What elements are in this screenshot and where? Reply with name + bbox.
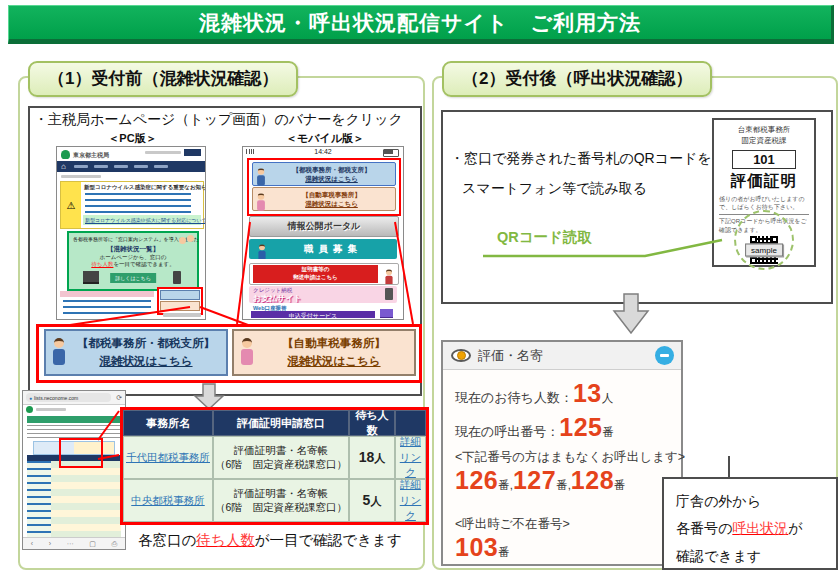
battery-icon [383, 149, 399, 157]
pc-header-text-bar [145, 151, 181, 154]
smartphone-icon [173, 271, 181, 284]
calling-number-row: 現在の呼出番号：125番 [455, 413, 681, 442]
waiting-count: 5人 [349, 479, 395, 522]
mobile-clock: 14:42 [243, 148, 403, 155]
forward-icon[interactable]: › [49, 540, 51, 547]
col-link [395, 410, 426, 436]
status-widget-title: 評価・名寄 [478, 347, 543, 365]
banner-car-tax-office[interactable]: 【自動車税事務所】 混雑状況はこちら [232, 329, 416, 376]
detail-link[interactable]: 詳細リンク [396, 477, 425, 524]
mobile-version-label: ＜モバイル版＞ [255, 131, 395, 146]
soon-numbers-row: 126番,127番,128番 [455, 466, 681, 495]
page-title-bar: 混雑状況・呼出状況配信サイト ご利用方法 [8, 5, 834, 44]
mascot-face-icon [179, 237, 186, 244]
col-waiting: 待ち人数 [349, 410, 395, 436]
monitor-icon [380, 309, 393, 318]
browser-url-bar[interactable]: ● lists.neconome.com [26, 393, 111, 402]
soon-label: <下記番号の方はまもなくお呼出します> [455, 449, 681, 466]
phone-table-rows [51, 461, 121, 537]
table-row: 中央都税事務所 評価証明書・名寄帳（6階 固定資産税課窓口） 5人 詳細リンク [123, 479, 426, 522]
pc-site-screenshot: 東京都主税局 ⌂ ⚠ 新型コロナウイルス感染症に関する重要なお知らせ 新型コロナ… [56, 146, 206, 320]
outside-callout: 庁舎の外から 各番号の呼出状況が 確認できます [662, 477, 838, 570]
mobile-banner-web-account[interactable]: Web口座振替 申込受付サービス [249, 305, 397, 318]
url-text: lists.neconome.com [34, 395, 78, 401]
back-icon[interactable]: ‹ [31, 540, 33, 547]
pc-alert-title: 新型コロナウイルス感染症に関する重要なお知らせ [84, 184, 206, 191]
mobile-banner-recruit[interactable]: 職員募集 [249, 239, 397, 259]
banner-car-tax-office-line2: 混雑状況はこちら [287, 355, 380, 367]
col-office: 事務所名 [123, 410, 213, 436]
absent-label: <呼出時ご不在番号> [455, 516, 681, 533]
mobile-banner-mail-request[interactable]: 証明書等の郵送申請はこちら [249, 263, 399, 285]
pc-footer-bar [163, 313, 201, 317]
table-header-row: 事務所名 評価証明申請窓口 待ち人数 [123, 410, 426, 436]
ticket-number: 101 [732, 150, 796, 169]
qr-highlight-circle [734, 210, 794, 270]
phone-table-links-column[interactable] [27, 461, 51, 537]
banner-tax-office-line2: 混雑状況はこちら [99, 355, 192, 367]
mobile-banner-portal[interactable]: 情報公開ポータル [249, 216, 399, 237]
qr-instruction-line1: ・窓口で発券された番号札のQRコードを [450, 150, 712, 168]
col-window: 評価証明申請窓口 [213, 410, 349, 436]
absent-number-row: 103番 [455, 533, 681, 562]
smartphone-icon [385, 288, 393, 300]
mobile-banner-car-tax-office[interactable]: 【自動車税事務所】 混雑状況はこちら [252, 187, 396, 211]
tabs-icon[interactable]: ▢ [89, 540, 96, 548]
qr-instruction-line2: スマートフォン等で読み取る [462, 180, 647, 198]
right-panel-heading: （2）受付後（呼出状況確認） [442, 61, 712, 97]
monitor-icon [83, 271, 99, 284]
ticket-service: 評価証明 [714, 171, 814, 192]
pc-alert-box: ⚠ 新型コロナウイルス感染症に関する重要なお知らせ 新型コロナウイルス感染症拡大… [60, 181, 204, 229]
status-widget-header: 評価・名寄 [443, 342, 681, 370]
banner-car-tax-office-line1: 【自動車税事務所】 [282, 337, 386, 349]
mascot-face-icon [187, 235, 194, 242]
mobile-banner-payment[interactable]: クレジット納税 お支払サイト [249, 286, 397, 303]
pc-alert-footer-link[interactable]: 新型コロナウイルス感染症拡大に関する対応について（詳細はこちら） [83, 215, 201, 225]
mascot-girl-icon [240, 338, 254, 368]
phone-list-screenshot: ● lists.neconome.com ⟳ ‹› ⋯▢ ⎙ [22, 390, 126, 550]
collapse-button[interactable] [655, 346, 674, 365]
eye-icon [451, 349, 471, 362]
refresh-icon[interactable]: ⟳ [116, 394, 122, 402]
callout-leader-line [728, 456, 730, 478]
pc-congestion-banner[interactable]: 各都税事務所等に「窓口案内システム」を導入しました 【混雑状況一覧】 ホームペー… [67, 231, 199, 291]
warning-icon: ⚠ [61, 182, 81, 228]
left-caption: 各窓口の待ち人数が一目で確認できます [138, 531, 402, 550]
home-icon[interactable]: ⌂ [61, 162, 66, 171]
qr-read-label: QRコード読取 [497, 228, 592, 247]
pc-news-links[interactable] [63, 300, 151, 317]
pc-banner-button[interactable]: 詳しくはこちら [110, 273, 156, 283]
pc-search-button[interactable] [184, 149, 201, 156]
table-row: 千代田都税事務所 評価証明書・名寄帳（6階 固定資産税課窓口） 18人 詳細リン… [123, 436, 426, 479]
mobile-banner-tax-office[interactable]: 【都税事務所・都税支所】 混雑状況はこちら [252, 162, 396, 186]
left-panel-heading: （1）受付前（混雑状況確認） [28, 61, 298, 97]
waiting-count: 18人 [349, 436, 395, 479]
pc-site-logo-text: 東京都主税局 [73, 151, 109, 160]
pc-nav-bar[interactable]: ⌂ [57, 161, 205, 172]
pc-alert-links[interactable] [85, 193, 191, 213]
more-icon[interactable]: ⋯ [67, 540, 74, 548]
banner-tax-office[interactable]: 【都税事務所・都税支所】 混雑状況はこちら [44, 329, 228, 376]
mascot-boy-icon [52, 338, 66, 368]
left-instruction-text: ・主税局ホームページ（トップ画面）のバナーをクリック [34, 111, 403, 129]
waiting-table: 事務所名 評価証明申請窓口 待ち人数 千代田都税事務所 評価証明書・名寄帳（6階… [120, 407, 429, 525]
waiting-count-row: 現在のお待ち人数：13人 [455, 379, 681, 408]
call-status-widget: 評価・名寄 現在のお待ち人数：13人 現在の呼出番号：125番 <下記番号の方は… [441, 340, 683, 566]
pc-banner-line3: 待ち人数を一目で確認できます。 [69, 261, 197, 268]
page-title: 混雑状況・呼出状況配信サイト ご利用方法 [199, 9, 641, 37]
ticket-office1: 台東都税事務所 [738, 125, 791, 134]
phone-highlight-box [59, 438, 103, 468]
ticket-office2: 固定資産税課 [742, 136, 787, 145]
pc-news-header [60, 291, 154, 297]
pc-version-label: ＜PC版＞ [70, 131, 195, 146]
share-icon[interactable]: ⎙ [112, 540, 118, 548]
site-logo-icon [26, 406, 33, 413]
mobile-highlighted-banners: 【都税事務所・都税支所】 混雑状況はこちら 【自動車税事務所】 混雑状況はこちら [247, 158, 401, 216]
page: 混雑状況・呼出状況配信サイト ご利用方法 ・主税局ホームページ（トップ画面）のバ… [0, 0, 840, 576]
tokyo-tax-logo-icon [61, 150, 70, 159]
mobile-site-screenshot: 14:42 【都税事務所・都税支所】 混雑状況はこちら 【自動車税事務所】 混雑… [242, 146, 404, 320]
office-link[interactable]: 中央都税事務所 [131, 494, 205, 508]
office-link[interactable]: 千代田都税事務所 [126, 451, 210, 465]
detail-link[interactable]: 詳細リンク [396, 434, 425, 481]
pc-highlighted-banners[interactable] [157, 287, 203, 315]
